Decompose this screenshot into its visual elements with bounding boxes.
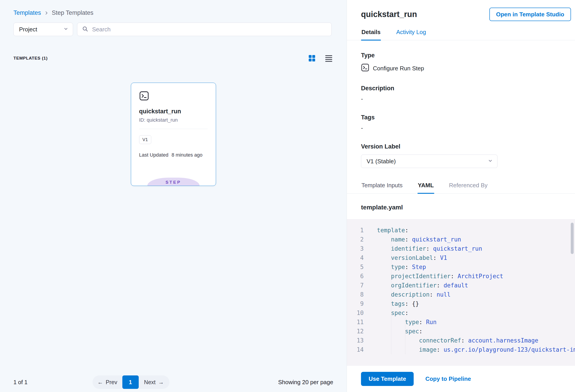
details-footer: Use Template Copy to Pipeline: [347, 366, 575, 392]
list-view-icon[interactable]: [324, 54, 333, 62]
next-page-button[interactable]: Next →: [139, 375, 169, 389]
type-value: Configure Run Step: [373, 65, 424, 72]
description-value: -: [361, 95, 561, 102]
page-count: 1 of 1: [13, 379, 27, 386]
breadcrumb-current: Step Templates: [52, 9, 94, 16]
grid-view-icon[interactable]: [308, 54, 316, 63]
filter-row: Project: [13, 23, 333, 36]
tags-value: -: [361, 125, 561, 132]
code-line: 2 name: quickstart_run: [347, 235, 575, 244]
card-title: quickstart_run: [139, 108, 208, 115]
template-details-panel: quickstart_run Open in Template Studio D…: [347, 0, 575, 392]
search-input[interactable]: [92, 26, 327, 33]
chevron-down-icon: [63, 26, 68, 33]
indent-guide: [405, 318, 405, 354]
yaml-filename: template.yaml: [361, 204, 561, 211]
code-line: 8 description: null: [347, 290, 575, 299]
code-line: 4 versionLabel: V1: [347, 253, 575, 262]
prev-label: Prev: [106, 379, 117, 386]
templates-list-panel: Templates Step Templates Project TEMPLAT…: [0, 0, 347, 392]
code-line: 11 type: Run: [347, 318, 575, 327]
terminal-icon: [361, 63, 369, 73]
per-page-label: Showing 20 per page: [278, 379, 333, 386]
open-in-template-studio-button[interactable]: Open in Template Studio: [489, 8, 571, 21]
arrow-left-icon: ←: [97, 379, 103, 386]
search-icon: [82, 25, 89, 33]
version-label: Version Label: [361, 143, 561, 150]
tab-referenced-by[interactable]: Referenced By: [449, 182, 488, 193]
yaml-editor[interactable]: 1template:2 name: quickstart_run3 identi…: [347, 219, 575, 366]
next-label: Next: [144, 379, 156, 386]
code-line: 12 spec:: [347, 327, 575, 336]
updated-value: 8 minutes ago: [171, 152, 202, 158]
card-id: ID: quickstart_run: [139, 117, 208, 123]
breadcrumb-templates-link[interactable]: Templates: [13, 9, 41, 16]
code-line: 5 type: Step: [347, 262, 575, 272]
scope-dropdown-value: Project: [19, 26, 37, 33]
prev-page-button[interactable]: ← Prev: [93, 375, 122, 389]
editor-scrollbar[interactable]: [571, 223, 574, 254]
search-box: [77, 23, 332, 36]
template-title: quickstart_run: [361, 10, 417, 19]
yaml-subtabs: Template Inputs YAML Referenced By: [347, 182, 575, 194]
indent-guide: [391, 235, 391, 354]
details-tabs: Details Activity Log: [347, 29, 575, 40]
description-label: Description: [361, 85, 561, 92]
version-chip: V1: [139, 135, 151, 144]
pagination-footer: 1 of 1 ← Prev 1 Next → Showing 20 per pa…: [13, 375, 333, 389]
template-card[interactable]: quickstart_run ID: quickstart_run V1 Las…: [131, 83, 216, 186]
tab-activity-log[interactable]: Activity Log: [396, 29, 427, 40]
pagination: ← Prev 1 Next →: [93, 375, 169, 389]
type-label: Type: [361, 52, 561, 59]
code-line: 9 tags: {}: [347, 299, 575, 308]
code-line: 1template:: [347, 226, 575, 235]
templates-count-label: TEMPLATES (1): [13, 56, 48, 61]
chevron-down-icon: [488, 158, 493, 165]
code-line: 6 projectIdentifier: ArchitProject: [347, 272, 575, 281]
tab-template-inputs[interactable]: Template Inputs: [361, 182, 403, 193]
copy-to-pipeline-button[interactable]: Copy to Pipeline: [425, 375, 471, 382]
code-line: 10 spec:: [347, 308, 575, 318]
code-line: 3 identifier: quickstart_run: [347, 244, 575, 253]
code-line: 14 image: us.gcr.io/playground-123/quick…: [347, 345, 575, 354]
card-updated-row: Last Updated 8 minutes ago: [139, 152, 208, 158]
tags-label: Tags: [361, 114, 561, 121]
page-1-button[interactable]: 1: [122, 375, 139, 389]
code-line: 7 orgIdentifier: default: [347, 281, 575, 290]
card-divider: [139, 129, 208, 129]
tab-details[interactable]: Details: [361, 29, 381, 40]
details-header: quickstart_run Open in Template Studio: [347, 0, 575, 21]
updated-label: Last Updated: [139, 152, 168, 158]
yaml-code: 1template:2 name: quickstart_run3 identi…: [347, 226, 575, 354]
version-select-value: V1 (Stable): [367, 158, 396, 165]
chevron-right-icon: [44, 11, 49, 15]
code-line: 13 connectorRef: account.harnessImage: [347, 336, 575, 345]
tab-yaml[interactable]: YAML: [417, 182, 434, 193]
scope-dropdown[interactable]: Project: [13, 23, 73, 36]
arrow-right-icon: →: [158, 379, 164, 386]
terminal-icon: [139, 98, 149, 101]
breadcrumb: Templates Step Templates: [13, 9, 333, 16]
version-select[interactable]: V1 (Stable): [361, 155, 498, 168]
details-body: Type Configure Run Step Description - Ta…: [347, 40, 575, 168]
templates-section-header: TEMPLATES (1): [13, 54, 333, 63]
use-template-button[interactable]: Use Template: [361, 372, 414, 386]
step-kind-badge: STEP: [147, 178, 199, 186]
